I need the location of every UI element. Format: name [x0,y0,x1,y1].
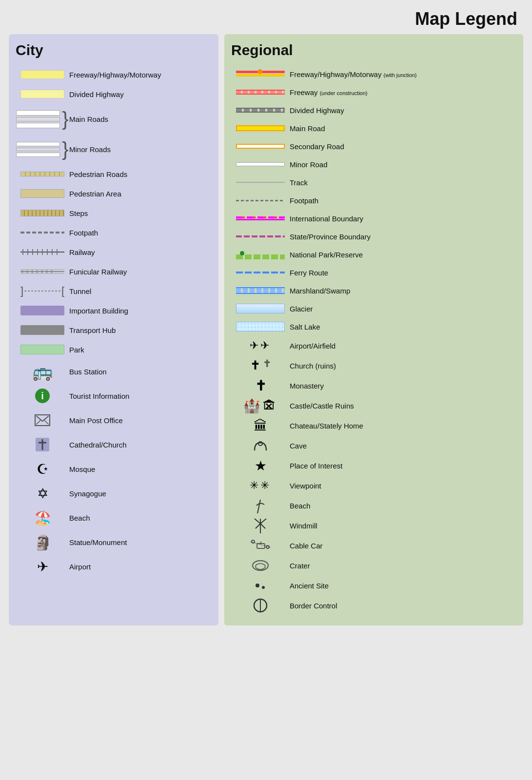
info-circle: i [35,389,50,403]
r-freeway-under-label: Freeway (under construction) [290,88,516,97]
r-natpark-label: National Park/Reserve [290,251,516,259]
list-item: Track [231,174,516,191]
park-icon [16,345,69,354]
tourist-info-label: Tourist Information [69,392,212,400]
list-item: 🏖️ Beach [16,506,212,529]
list-item: Ancient Site [231,576,516,595]
svg-line-5 [257,500,260,513]
r-windmill-label: Windmill [290,522,516,530]
transport-hub-icon [16,325,69,335]
r-crater-label: Crater [290,562,516,570]
list-item: Crater [231,556,516,575]
airport-city-label: Airport [69,563,212,571]
cathedral-icon [16,438,69,451]
svg-point-17 [253,561,268,570]
road-symbol [20,249,64,255]
road-symbol [20,345,64,354]
statue-icon: 🗿 [16,534,69,551]
svg-line-10 [260,524,265,528]
r-ferry-label: Ferry Route [290,269,516,277]
transport-hub-label: Transport Hub [69,326,212,334]
road-symbol [20,210,64,216]
cave-symbol [253,439,268,452]
list-item: Freeway (under construction) [231,83,516,101]
road-symbol [20,189,64,198]
statue-label: Statue/Monument [69,538,212,546]
list-item: 🗿 Statue/Monument [16,530,212,554]
freeway-icon [16,70,69,79]
r-border-label: Border Control [290,602,516,610]
windmill-symbol [253,517,268,534]
list-item: ✡ Synagogue [16,482,212,505]
r-monastery-icon: ✝ [231,378,290,394]
minor-roads-label: Minor Roads [69,145,212,154]
r-ferry-icon [231,272,290,273]
page-title: Map Legend [0,0,532,34]
tunnel-label: Tunnel [69,287,212,295]
r-state-boundary-icon [231,235,290,237]
road-symbol [20,269,64,274]
funicular-icon [16,269,69,274]
list-item: ✈ Airport [16,555,212,578]
r-divided-label: Divided Highway [290,106,516,115]
list-item: Transport Hub [16,321,212,339]
r-monastery-label: Monastery [290,382,516,390]
steps-label: Steps [69,209,212,217]
road-symbol [20,90,64,98]
crater-symbol [252,560,269,571]
list-item: ✳✳ Viewpoint [231,476,516,495]
list-item: Glacier [231,300,516,317]
r-chateau-label: Chateau/Stately Home [290,422,516,430]
road-symbol [20,70,64,79]
list-item: Railway [16,243,212,261]
regional-heading: Regional [231,42,516,58]
road-symbol: } [16,139,68,159]
svg-point-18 [256,564,265,569]
bus-station-icon: 🚌 [16,362,69,381]
r-secondary-label: Secondary Road [290,142,516,151]
r-cave-label: Cave [290,442,516,450]
mosque-label: Mosque [69,465,212,473]
regional-panel: Regional Freeway/Highway/Motorway (with … [224,34,523,625]
list-item: Steps [16,204,212,222]
r-castle-icon: 🏰🏚 [231,398,290,414]
beach-city-icon: 🏖️ [16,510,69,526]
synagogue-label: Synagogue [69,489,212,498]
post-office-icon [16,414,69,426]
r-glacier-label: Glacier [290,305,516,313]
list-item: Divided Highway [16,85,212,103]
list-item: ☪ Mosque [16,457,212,481]
list-item: Cave [231,436,516,455]
r-cablecar-label: Cable Car [290,542,516,550]
r-freeway-label: Freeway/Highway/Motorway (with junction) [290,70,516,78]
r-mainroad-icon [231,125,290,131]
r-intl-boundary-label: International Boundary [290,214,516,223]
list-item: Pedestrian Roads [16,165,212,183]
r-freeway-icon [231,70,290,78]
divided-highway-icon [16,90,69,98]
list-item: Minor Road [231,156,516,173]
list-item: Cathedral/Church [16,433,212,456]
tourist-info-icon: i [16,389,69,403]
r-marshland-icon [231,287,290,294]
r-border-icon [231,598,290,613]
road-symbol: ] [ [20,285,64,297]
r-castle-label: Castle/Castle Ruins [290,402,516,410]
r-glacier-icon [231,304,290,313]
r-beach-icon [231,498,290,513]
list-item: Beach [231,496,516,515]
footpath-icon [16,232,69,234]
svg-rect-13 [257,544,265,548]
envelope-symbol [36,416,49,425]
r-ancient-label: Ancient Site [290,582,516,590]
r-intl-boundary-icon [231,216,290,220]
list-item: Cable Car [231,536,516,555]
r-divided-icon [231,108,290,113]
svg-line-0 [36,420,40,425]
r-natpark-icon [231,250,290,259]
pedestrian-area-icon [16,189,69,198]
road-symbol [20,232,64,234]
city-heading: City [16,42,212,58]
list-item: Main Post Office [16,409,212,432]
r-mainroad-label: Main Road [290,124,516,133]
